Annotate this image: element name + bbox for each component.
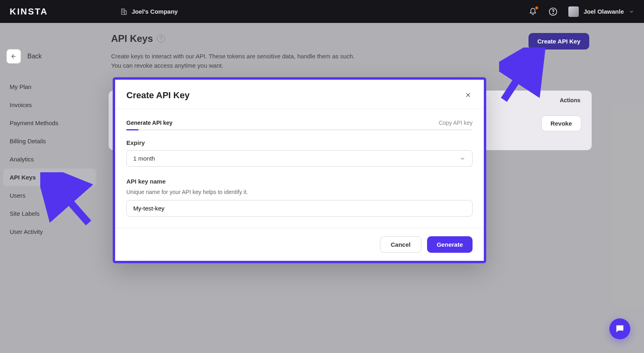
sidebar-item-billing-details[interactable]: Billing Details — [3, 132, 96, 150]
user-name: Joel Olawanle — [584, 8, 624, 15]
avatar — [568, 6, 579, 17]
api-key-name-hint: Unique name for your API key helps to id… — [126, 189, 473, 195]
modal-step-generate: Generate API key — [126, 120, 173, 126]
topbar-right: Joel Olawanle — [528, 6, 634, 17]
expiry-label: Expiry — [126, 139, 473, 146]
svg-rect-1 — [125, 10, 127, 14]
back-label: Back — [27, 53, 42, 60]
create-api-key-button[interactable]: Create API Key — [528, 33, 589, 50]
sidebar-item-users[interactable]: Users — [3, 187, 96, 204]
revoke-button[interactable]: Revoke — [541, 116, 581, 131]
sidebar-item-user-activity[interactable]: User Activity — [3, 223, 96, 240]
modal-title: Create API Key — [126, 90, 190, 101]
sidebar-item-analytics[interactable]: Analytics — [3, 151, 96, 168]
sidebar-item-my-plan[interactable]: My Plan — [3, 78, 96, 95]
user-menu[interactable]: Joel Olawanle — [568, 6, 634, 17]
brand-logo: KINSTA — [10, 6, 48, 17]
help-button[interactable] — [548, 7, 558, 17]
page-title: API Keys — [111, 33, 153, 44]
topbar: KINSTA Joel's Company Joel Olawanle — [0, 0, 644, 23]
company-switcher[interactable]: Joel's Company — [120, 8, 178, 15]
company-name: Joel's Company — [132, 8, 178, 15]
sidebar: Back My Plan Invoices Payment Methods Bi… — [0, 23, 99, 241]
sidebar-item-payment-methods[interactable]: Payment Methods — [3, 114, 96, 132]
arrow-left-icon — [6, 49, 21, 64]
back-button[interactable]: Back — [6, 49, 96, 64]
page-description-line2: You can revoke access anytime you want. — [111, 61, 355, 70]
create-api-key-modal: Create API Key Generate API key Copy API… — [113, 77, 486, 263]
modal-progress — [126, 129, 473, 130]
chevron-down-icon — [459, 155, 466, 162]
api-key-name-input[interactable] — [126, 200, 473, 217]
expiry-select[interactable]: 1 month — [126, 150, 473, 167]
notifications-button[interactable] — [528, 7, 538, 17]
notification-dot — [535, 6, 538, 9]
modal-step-copy: Copy API key — [439, 120, 473, 126]
svg-point-6 — [553, 13, 553, 13]
expiry-value: 1 month — [133, 155, 155, 162]
cancel-button[interactable]: Cancel — [380, 236, 421, 253]
page-title-help-icon[interactable]: ? — [157, 35, 165, 43]
sidebar-item-site-labels[interactable]: Site Labels — [3, 205, 96, 222]
generate-button[interactable]: Generate — [427, 236, 473, 253]
api-key-name-label: API key name — [126, 178, 473, 185]
modal-close-button[interactable] — [464, 91, 473, 99]
sidebar-item-invoices[interactable]: Invoices — [3, 96, 96, 114]
chevron-down-icon — [629, 9, 634, 14]
chat-launcher[interactable] — [609, 318, 630, 339]
page-description-line1: Create keys to interact with our API. Th… — [111, 52, 355, 61]
table-header-actions: Actions — [560, 97, 580, 103]
sidebar-item-api-keys[interactable]: API Keys — [3, 169, 96, 186]
building-icon — [120, 8, 128, 15]
